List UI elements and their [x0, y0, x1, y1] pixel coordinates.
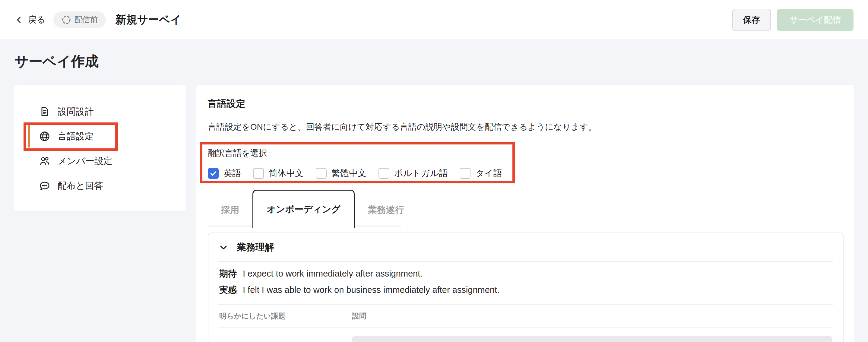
sidebar-item-distribution-answers[interactable]: 配布と回答 — [13, 174, 186, 198]
status-badge-label: 配信前 — [74, 14, 98, 25]
language-option-portuguese[interactable]: ポルトガル語 — [378, 167, 447, 180]
tab-recruiting[interactable]: 採用 — [208, 191, 252, 228]
expectation-row: 期待 I expect to work immediately after as… — [219, 268, 832, 280]
survey-builder-app: 戻る 配信前 新規サーベイ 保存 サーベイ配信 サーベイ作成 設問設計 — [0, 0, 868, 342]
actual-label: 実感 — [219, 284, 237, 296]
sidebar-item-question-design[interactable]: 設問設計 — [13, 99, 186, 124]
language-settings-panel: 言語設定 言語設定をONにすると、回答者に向けて対応する言語の説明や設問文を配信… — [196, 85, 855, 342]
settings-sidebar: 設問設計 言語設定 メンバー設定 配布と回答 — [13, 85, 186, 211]
language-option-label: 繁體中文 — [332, 167, 367, 180]
checkbox-unchecked-icon[interactable] — [460, 168, 470, 179]
panel-heading: 言語設定 — [208, 97, 843, 110]
language-option-label: ポルトガル語 — [394, 167, 447, 180]
question-text-field[interactable]: 「変更した」所属組織の事業目的について理解できた — [352, 336, 832, 342]
language-option-label: 英語 — [223, 167, 241, 180]
checkbox-unchecked-icon[interactable] — [253, 168, 264, 179]
language-option-label: 简体中文 — [269, 167, 304, 180]
chevron-down-icon — [218, 242, 229, 253]
question-column-header: 設問 — [352, 311, 367, 321]
survey-title: 新規サーベイ — [116, 12, 182, 27]
tab-onboarding[interactable]: オンボーディング — [252, 190, 355, 228]
members-icon — [39, 155, 50, 167]
expectation-label: 期待 — [219, 268, 237, 280]
expectation-text: I expect to work immediately after assig… — [243, 269, 423, 279]
back-button[interactable]: 戻る — [14, 14, 45, 26]
document-icon — [39, 106, 50, 117]
question-table-row: 「変更した」所属組織の事業目的について理解できた — [208, 328, 843, 342]
back-label: 戻る — [28, 14, 45, 26]
panel-description: 言語設定をONにすると、回答者に向けて対応する言語の説明や設問文を配信できるよう… — [208, 122, 843, 132]
sidebar-item-label: 設問設計 — [58, 105, 94, 118]
phase-tabs: 採用 オンボーディング 業務遂行 — [208, 190, 843, 228]
checkbox-unchecked-icon[interactable] — [378, 168, 390, 179]
save-button[interactable]: 保存 — [732, 9, 771, 31]
sidebar-item-label: 配布と回答 — [58, 180, 103, 192]
section-collapse-header[interactable]: 業務理解 — [208, 233, 843, 261]
sidebar-item-label: メンバー設定 — [58, 155, 113, 167]
expectation-actual-rows: 期待 I expect to work immediately after as… — [208, 262, 843, 304]
checkbox-unchecked-icon[interactable] — [316, 168, 327, 179]
question-table-header: 明らかにしたい課題 設問 — [208, 305, 843, 327]
language-option-thai[interactable]: タイ語 — [460, 167, 502, 180]
globe-icon — [39, 131, 50, 142]
actual-row: 実感 I felt I was able to work on business… — [219, 284, 832, 296]
tab-business-execution[interactable]: 業務遂行 — [355, 191, 417, 228]
language-option-label: タイ語 — [475, 167, 502, 180]
back-chevron-icon — [14, 15, 24, 24]
sidebar-item-member-settings[interactable]: メンバー設定 — [13, 149, 186, 174]
language-option-english[interactable]: 英語 — [208, 167, 241, 180]
deliver-survey-button[interactable]: サーベイ配信 — [777, 9, 854, 31]
top-bar-actions: 保存 サーベイ配信 — [732, 9, 854, 31]
top-bar-left: 戻る 配信前 新規サーベイ — [14, 11, 181, 28]
checkbox-checked-icon[interactable] — [208, 168, 219, 179]
chat-icon — [39, 180, 50, 191]
business-understanding-card: 業務理解 期待 I expect to work immediately aft… — [208, 232, 843, 342]
top-bar: 戻る 配信前 新規サーベイ 保存 サーベイ配信 — [0, 0, 868, 40]
sidebar-item-language-settings[interactable]: 言語設定 — [13, 124, 186, 149]
translation-language-options: 英語 简体中文 繁體中文 ポルトガル語 タイ語 — [208, 167, 843, 180]
sidebar-item-label: 言語設定 — [58, 130, 94, 143]
content-area: 設問設計 言語設定 メンバー設定 配布と回答 — [0, 85, 868, 342]
section-title: 業務理解 — [237, 241, 274, 254]
page-title: サーベイ作成 — [0, 52, 868, 71]
actual-text: I felt I was able to work on business im… — [243, 285, 499, 295]
dashed-circle-icon — [61, 15, 71, 25]
language-option-simplified-chinese[interactable]: 简体中文 — [253, 167, 304, 180]
status-badge: 配信前 — [53, 11, 106, 28]
issues-column-header: 明らかにしたい課題 — [219, 311, 352, 321]
translation-language-label: 翻訳言語を選択 — [208, 148, 843, 159]
language-option-traditional-chinese[interactable]: 繁體中文 — [316, 167, 367, 180]
issues-cell — [219, 336, 352, 342]
